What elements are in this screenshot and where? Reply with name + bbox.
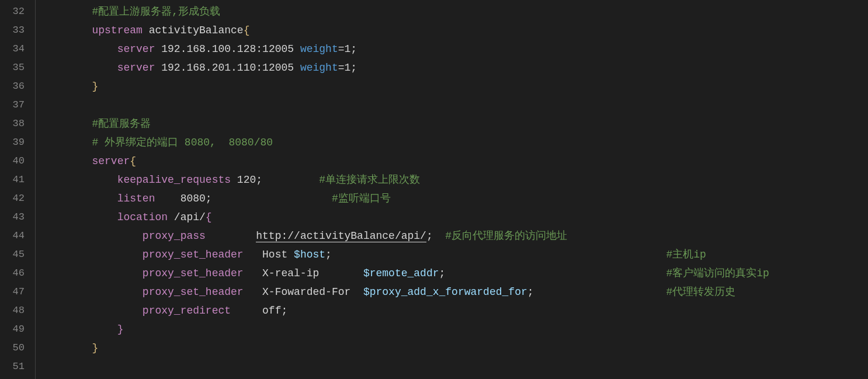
code-line[interactable]: #配置服务器 bbox=[36, 114, 868, 133]
token-yellow: { bbox=[244, 25, 250, 36]
token-urltext: http://activityBalance/api/ bbox=[256, 230, 426, 242]
token-var: $host bbox=[294, 249, 325, 260]
token-yellow: } bbox=[92, 342, 98, 354]
token-text: Host bbox=[262, 249, 294, 260]
token-comment: #配置服务器 bbox=[92, 118, 151, 130]
line-number: 39 bbox=[0, 133, 35, 152]
line-number: 48 bbox=[0, 301, 35, 320]
token-blue: weight bbox=[300, 43, 338, 55]
code-line[interactable]: server{ bbox=[36, 152, 868, 171]
line-number: 45 bbox=[0, 245, 35, 264]
code-line[interactable]: proxy_set_header X-real-ip $remote_addr;… bbox=[36, 264, 868, 283]
token-keyword: server bbox=[117, 43, 162, 55]
token-comment: #客户端访问的真实ip bbox=[666, 267, 769, 279]
token-blue: weight bbox=[300, 62, 338, 74]
token-keyword: proxy_set_header bbox=[143, 267, 262, 279]
token-keyword: proxy_set_header bbox=[143, 286, 262, 298]
line-number: 35 bbox=[0, 58, 35, 77]
token-comment: #单连接请求上限次数 bbox=[319, 174, 420, 186]
token-keyword: upstream bbox=[92, 25, 148, 36]
line-number-gutter: 3233343536373839404142434445464748495051 bbox=[0, 0, 35, 379]
code-line[interactable] bbox=[36, 96, 868, 114]
token-keyword: server bbox=[92, 155, 130, 167]
token-text: 8080; bbox=[180, 193, 332, 204]
token-comment: #监听端口号 bbox=[332, 193, 391, 204]
code-line[interactable]: } bbox=[36, 320, 868, 339]
line-number: 37 bbox=[0, 96, 35, 114]
code-line[interactable]: server 192.168.100.128:12005 weight=1; bbox=[36, 40, 868, 58]
code-line[interactable]: proxy_redirect off; bbox=[36, 301, 868, 320]
code-line[interactable]: } bbox=[36, 339, 868, 357]
code-line[interactable]: # 外界绑定的端口 8080, 8080/80 bbox=[36, 133, 868, 152]
line-number: 47 bbox=[0, 283, 35, 301]
line-number: 34 bbox=[0, 40, 35, 58]
line-number: 36 bbox=[0, 77, 35, 96]
code-line[interactable]: keepalive_requests 120; #单连接请求上限次数 bbox=[36, 171, 868, 189]
code-line[interactable]: proxy_pass http://activityBalance/api/; … bbox=[36, 227, 868, 245]
token-comment: # 外界绑定的端口 8080, 8080/80 bbox=[92, 137, 273, 148]
line-number: 44 bbox=[0, 227, 35, 245]
code-line[interactable]: location /api/{ bbox=[36, 208, 868, 227]
token-text: off; bbox=[262, 305, 287, 317]
token-keyword: keepalive_requests bbox=[117, 174, 237, 186]
code-line[interactable] bbox=[36, 357, 868, 376]
token-text: activityBalance bbox=[149, 25, 244, 36]
code-editor: 3233343536373839404142434445464748495051… bbox=[0, 0, 868, 379]
token-keyword: location bbox=[117, 211, 174, 223]
code-line[interactable]: upstream activityBalance{ bbox=[36, 21, 868, 40]
token-var: $proxy_add_x_forwarded_for bbox=[363, 286, 527, 298]
line-number: 38 bbox=[0, 114, 35, 133]
token-keyword: listen bbox=[117, 193, 180, 204]
line-number: 50 bbox=[0, 339, 35, 357]
code-line[interactable]: #配置上游服务器,形成负载 bbox=[36, 2, 868, 21]
code-line[interactable]: proxy_set_header Host $host; #主机ip bbox=[36, 245, 868, 264]
token-comment: #配置上游服务器,形成负载 bbox=[92, 6, 220, 18]
token-keyword: } bbox=[117, 324, 124, 335]
token-comment: #代理转发历史 bbox=[666, 286, 735, 298]
token-keyword: server bbox=[117, 62, 162, 74]
token-text: ; bbox=[527, 286, 666, 298]
token-text: /api/ bbox=[174, 211, 206, 223]
token-text: 192.168.201.110:12005 bbox=[161, 62, 300, 74]
token-text: X-real-ip bbox=[262, 267, 363, 279]
line-number: 41 bbox=[0, 171, 35, 189]
token-text: =1; bbox=[338, 62, 357, 74]
token-text: 192.168.100.128:12005 bbox=[161, 43, 300, 55]
line-number: 43 bbox=[0, 208, 35, 227]
token-yellow: } bbox=[92, 81, 98, 92]
token-keyword: proxy_redirect bbox=[143, 305, 262, 317]
line-number: 32 bbox=[0, 2, 35, 21]
code-area[interactable]: #配置上游服务器,形成负载 upstream activityBalance{ … bbox=[35, 0, 868, 379]
token-text: ; bbox=[439, 267, 666, 279]
token-keyword: proxy_pass bbox=[143, 230, 256, 242]
token-comment: #反向代理服务的访问地址 bbox=[445, 230, 567, 242]
line-number: 40 bbox=[0, 152, 35, 171]
token-text: 120; bbox=[237, 174, 319, 186]
token-text: ; bbox=[325, 249, 666, 260]
line-number: 46 bbox=[0, 264, 35, 283]
code-line[interactable]: } bbox=[36, 77, 868, 96]
code-line[interactable]: proxy_set_header X-Fowarded-For $proxy_a… bbox=[36, 283, 868, 301]
token-text: =1; bbox=[338, 43, 357, 55]
line-number: 42 bbox=[0, 189, 35, 208]
token-keyword: proxy_set_header bbox=[143, 249, 262, 260]
code-line[interactable]: listen 8080; #监听端口号 bbox=[36, 189, 868, 208]
token-text: ; bbox=[426, 230, 445, 242]
token-yellow: { bbox=[130, 155, 136, 167]
token-comment: #主机ip bbox=[666, 249, 706, 260]
token-keyword: { bbox=[206, 211, 212, 223]
line-number: 33 bbox=[0, 21, 35, 40]
code-line[interactable]: server 192.168.201.110:12005 weight=1; bbox=[36, 58, 868, 77]
token-text: X-Fowarded-For bbox=[262, 286, 363, 298]
line-number: 49 bbox=[0, 320, 35, 339]
line-number: 51 bbox=[0, 357, 35, 376]
token-var: $remote_addr bbox=[363, 267, 439, 279]
